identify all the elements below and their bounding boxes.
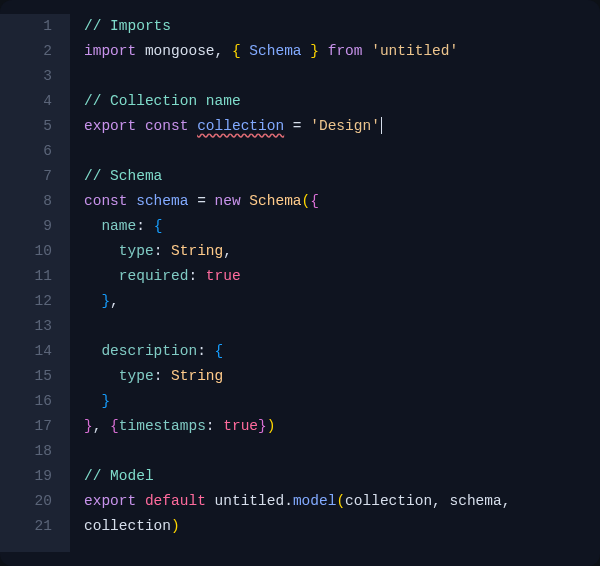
code-line[interactable]: const schema = new Schema({: [84, 189, 600, 214]
code-token: ,: [93, 418, 110, 434]
code-line[interactable]: collection): [84, 514, 600, 539]
code-line[interactable]: type: String,: [84, 239, 600, 264]
code-token: name: [101, 218, 136, 234]
code-token: const: [84, 193, 136, 209]
code-token: // Model: [84, 468, 154, 484]
code-token: {: [232, 43, 249, 59]
code-token: :: [154, 243, 171, 259]
code-line[interactable]: import mongoose, { Schema } from 'untitl…: [84, 39, 600, 64]
code-line[interactable]: type: String: [84, 364, 600, 389]
code-token: =: [284, 118, 310, 134]
line-number: 4: [0, 89, 52, 114]
code-token: collection: [84, 518, 171, 534]
line-number: 14: [0, 339, 52, 364]
line-number: 17: [0, 414, 52, 439]
code-token: ,: [223, 243, 232, 259]
code-line[interactable]: required: true: [84, 264, 600, 289]
code-token: model: [293, 493, 337, 509]
code-line[interactable]: name: {: [84, 214, 600, 239]
code-token: // Schema: [84, 168, 162, 184]
code-token: Schema: [249, 43, 301, 59]
line-number: 7: [0, 164, 52, 189]
line-number: 16: [0, 389, 52, 414]
code-line[interactable]: // Schema: [84, 164, 600, 189]
code-token: ,: [215, 43, 232, 59]
code-token: }: [258, 418, 267, 434]
code-token: }: [84, 418, 93, 434]
code-line[interactable]: // Imports: [84, 14, 600, 39]
code-token: (: [336, 493, 345, 509]
code-token: }: [302, 43, 319, 59]
code-token: collection: [197, 118, 284, 134]
code-token: {: [110, 418, 119, 434]
line-number: 13: [0, 314, 52, 339]
code-token: {: [154, 218, 163, 234]
code-token: :: [197, 343, 214, 359]
code-token: type: [119, 368, 154, 384]
line-number: 2: [0, 39, 52, 64]
code-token: import: [84, 43, 145, 59]
line-number: 1: [0, 14, 52, 39]
code-area[interactable]: // Importsimport mongoose, { Schema } fr…: [70, 14, 600, 552]
code-line[interactable]: // Collection name: [84, 89, 600, 114]
code-token: [84, 293, 101, 309]
line-number: 19: [0, 464, 52, 489]
code-line[interactable]: [84, 314, 600, 339]
code-token: collection: [345, 493, 432, 509]
code-token: String: [171, 243, 223, 259]
code-token: ,: [502, 493, 511, 509]
code-token: from: [319, 43, 371, 59]
code-line[interactable]: [84, 439, 600, 464]
line-number: 18: [0, 439, 52, 464]
code-token: description: [101, 343, 197, 359]
code-token: ,: [110, 293, 119, 309]
code-editor[interactable]: 123456789101112131415161718192021 // Imp…: [0, 0, 600, 566]
code-token: [84, 343, 101, 359]
code-token: {: [310, 193, 319, 209]
code-token: :: [188, 268, 205, 284]
line-number: 20: [0, 489, 52, 514]
code-line[interactable]: },: [84, 289, 600, 314]
line-number: 5: [0, 114, 52, 139]
code-token: [84, 218, 101, 234]
code-token: mongoose: [145, 43, 215, 59]
code-line[interactable]: }: [84, 389, 600, 414]
code-token: [84, 368, 119, 384]
code-token: }: [101, 393, 110, 409]
code-token: (: [302, 193, 311, 209]
code-token: new: [215, 193, 250, 209]
code-line[interactable]: description: {: [84, 339, 600, 364]
code-token: timestamps: [119, 418, 206, 434]
code-token: type: [119, 243, 154, 259]
code-line[interactable]: export const collection = 'Design': [84, 114, 600, 139]
code-token: // Collection name: [84, 93, 241, 109]
code-token: const: [145, 118, 197, 134]
code-line[interactable]: [84, 139, 600, 164]
line-number-gutter: 123456789101112131415161718192021: [0, 14, 70, 552]
code-token: =: [188, 193, 214, 209]
code-token: default: [145, 493, 215, 509]
code-line[interactable]: // Model: [84, 464, 600, 489]
code-token: ): [171, 518, 180, 534]
code-token: export: [84, 118, 145, 134]
line-number: 11: [0, 264, 52, 289]
code-token: :: [154, 368, 171, 384]
code-line[interactable]: }, {timestamps: true}): [84, 414, 600, 439]
line-number: 12: [0, 289, 52, 314]
code-token: // Imports: [84, 18, 171, 34]
line-number: 15: [0, 364, 52, 389]
code-token: .: [284, 493, 293, 509]
code-token: required: [119, 268, 189, 284]
code-token: [84, 268, 119, 284]
line-number: 8: [0, 189, 52, 214]
code-token: Schema: [249, 193, 301, 209]
code-token: :: [206, 418, 223, 434]
code-token: String: [171, 368, 223, 384]
text-cursor: [381, 117, 382, 134]
code-token: :: [136, 218, 153, 234]
code-line[interactable]: export default untitled.model(collection…: [84, 489, 600, 514]
code-token: schema: [450, 493, 502, 509]
line-number: 3: [0, 64, 52, 89]
code-token: ): [267, 418, 276, 434]
code-line[interactable]: [84, 64, 600, 89]
